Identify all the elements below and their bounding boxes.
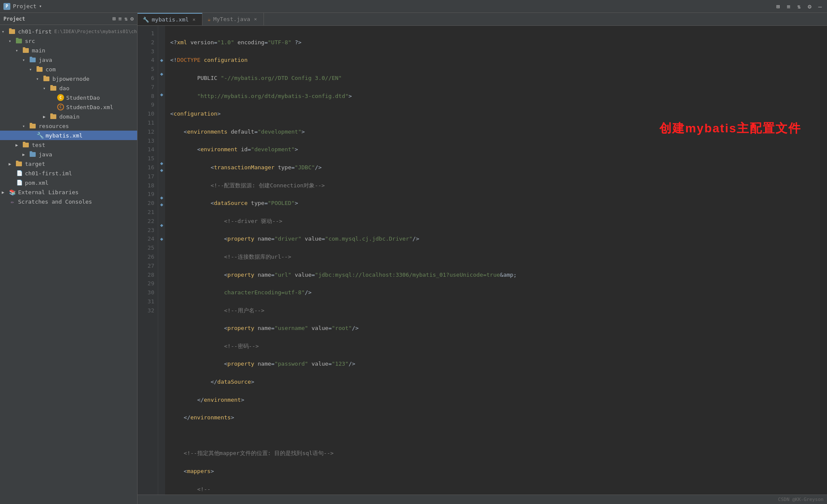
code-line-24: <!--指定其他mapper文件的位置: 目的是找到sql语句--> bbox=[170, 449, 827, 458]
tree-label-com: com bbox=[46, 66, 55, 73]
tree-icon-studentdao-xml: C bbox=[57, 104, 64, 110]
toolbar-icon-1[interactable]: ⊞ bbox=[775, 2, 781, 11]
sidebar-icon-1[interactable]: ⊞ bbox=[113, 15, 116, 22]
tree-path-ch01-first: E:\IDEA\Projects\mybatis01\ch0... bbox=[54, 29, 137, 34]
gutter-1 bbox=[159, 31, 164, 35]
tree-arrow-java-test: ▶ bbox=[22, 152, 29, 157]
code-line-6: <environments default="development"> bbox=[170, 128, 827, 137]
tree-item-dao[interactable]: ▾ dao bbox=[0, 83, 137, 93]
tree-arrow-pom-xml bbox=[9, 180, 15, 185]
sidebar-header: Project ⊞ ≡ ⇅ ⚙ bbox=[0, 13, 137, 25]
svg-rect-3 bbox=[16, 38, 18, 40]
code-line-4: "http://mybatis.org/dtd/mybatis-3-config… bbox=[170, 92, 827, 101]
code-content[interactable]: <?xml version="1.0" encoding="UTF-8" ?> … bbox=[165, 26, 827, 495]
project-title: Project bbox=[13, 3, 37, 9]
gutter-5[interactable]: ◆ bbox=[159, 58, 164, 62]
tree-item-resources[interactable]: ▾ resources bbox=[0, 121, 137, 131]
tab-icon-mytest: ☕ bbox=[208, 16, 211, 22]
code-line-20: </dataSource> bbox=[170, 378, 827, 387]
gutter-7[interactable]: ◆ bbox=[159, 72, 164, 76]
gutter-10[interactable]: ◆ bbox=[159, 92, 164, 97]
tree-item-studentdao[interactable]: C StudentDao bbox=[0, 93, 137, 102]
gutter-20[interactable]: ◆ bbox=[159, 161, 164, 165]
code-line-7: <environment id="development"> bbox=[170, 145, 827, 154]
tree-item-ext-libs[interactable]: ▶ 📚 External Libraries bbox=[0, 187, 137, 197]
tab-close-mytest[interactable]: ✕ bbox=[253, 16, 258, 22]
tree-icon-scratches: ✏️ bbox=[9, 198, 16, 205]
tree-item-bjpowernode[interactable]: ▾ bjpowernode bbox=[0, 74, 137, 83]
sidebar-icon-gear[interactable]: ⚙ bbox=[130, 15, 134, 22]
code-line-9: <!--配置数据源: 创建Connection对象--> bbox=[170, 181, 827, 190]
tree-label-scratches: Scratches and Consoles bbox=[18, 199, 92, 205]
gutter-15 bbox=[159, 127, 164, 131]
tree-icon-mybatis-xml: 🔧 bbox=[36, 132, 44, 139]
gutter-32 bbox=[159, 244, 164, 248]
tree-item-main[interactable]: ▾ main bbox=[0, 46, 137, 55]
code-line-16: <!--用户名--> bbox=[170, 306, 827, 315]
tree-item-com[interactable]: ▾ com bbox=[0, 64, 137, 74]
project-dropdown[interactable]: ▾ bbox=[39, 3, 42, 9]
tree-item-ch01-first[interactable]: ▾ ch01-first E:\IDEA\Projects\mybatis01\… bbox=[0, 27, 137, 36]
toolbar-icon-4[interactable]: ⚙ bbox=[806, 2, 813, 11]
tree-item-studentdao-xml[interactable]: C StudentDao.xml bbox=[0, 102, 137, 112]
tree-item-domain[interactable]: ▶ domain bbox=[0, 112, 137, 121]
gutter: ◆ ◆ ◆ ◆ ◆ bbox=[158, 26, 165, 495]
tree-icon-src bbox=[15, 37, 23, 44]
tree-item-java-test[interactable]: ▶ java bbox=[0, 150, 137, 159]
gutter-26[interactable]: ◆ bbox=[159, 202, 164, 207]
tab-close-mybatis[interactable]: ✕ bbox=[191, 16, 197, 23]
tree-icon-dao bbox=[50, 85, 58, 92]
tree-arrow-bjpowernode: ▾ bbox=[36, 76, 43, 81]
tree-arrow-scratches bbox=[2, 199, 9, 204]
tree-label-java-test: java bbox=[39, 151, 52, 158]
sidebar-title: Project bbox=[3, 16, 25, 22]
tree-item-target[interactable]: ▶ target bbox=[0, 159, 137, 168]
sidebar-icon-3[interactable]: ⇅ bbox=[124, 15, 128, 22]
toolbar-icon-2[interactable]: ≡ bbox=[785, 2, 792, 11]
toolbar-icon-5[interactable]: — bbox=[817, 2, 824, 11]
tree-arrow-ch01-first: ▾ bbox=[2, 29, 9, 34]
tab-icon-mybatis: 🔧 bbox=[143, 17, 149, 23]
tree-item-java[interactable]: ▾ java bbox=[0, 55, 137, 64]
tree-icon-target bbox=[15, 160, 23, 167]
tab-label-mybatis: mybatis.xml bbox=[152, 16, 189, 23]
tree-icon-bjpowernode bbox=[43, 75, 51, 82]
line-numbers: 12345 678910 1112131415 1617181920 21222… bbox=[138, 26, 158, 495]
gutter-31[interactable]: ◆ bbox=[159, 237, 164, 241]
gutter-12 bbox=[159, 106, 164, 110]
svg-rect-9 bbox=[37, 66, 39, 68]
tree-item-mybatis-xml[interactable]: 🔧 mybatis.xml bbox=[0, 131, 137, 140]
gutter-8 bbox=[159, 79, 164, 83]
tree-icon-main bbox=[22, 47, 30, 54]
tree-label-target: target bbox=[25, 161, 45, 167]
tab-mybatis-xml[interactable]: 🔧 mybatis.xml ✕ bbox=[138, 13, 202, 25]
tree-arrow-mybatis-xml bbox=[29, 133, 36, 138]
code-line-11: <!--driver 驱动--> bbox=[170, 217, 827, 226]
code-line-8: <transactionManager type="JDBC"/> bbox=[170, 163, 827, 172]
gutter-29[interactable]: ◆ bbox=[159, 223, 164, 227]
tree-label-main: main bbox=[32, 47, 45, 54]
project-icon: P bbox=[3, 3, 10, 10]
tab-mytest-java[interactable]: ☕ MyTest.java ✕ bbox=[202, 13, 264, 25]
toolbar-icon-3[interactable]: ⇅ bbox=[796, 2, 802, 11]
tree-label-bjpowernode: bjpowernode bbox=[52, 76, 89, 82]
gutter-21[interactable]: ◆ bbox=[159, 168, 164, 172]
tree-label-dao: dao bbox=[59, 85, 69, 92]
gutter-6 bbox=[159, 65, 164, 69]
svg-rect-19 bbox=[23, 142, 25, 144]
tree-label-studentdao-xml: StudentDao.xml bbox=[66, 104, 113, 110]
sidebar-icon-2[interactable]: ≡ bbox=[119, 15, 122, 22]
gutter-25[interactable]: ◆ bbox=[159, 195, 164, 200]
tree-item-src[interactable]: ▾ src bbox=[0, 36, 137, 46]
tree-icon-test bbox=[22, 141, 30, 148]
gutter-2 bbox=[159, 37, 164, 42]
tree-item-ch01-iml[interactable]: 📄 ch01-first.iml bbox=[0, 168, 137, 178]
code-line-13: <!--连接数据库的url--> bbox=[170, 253, 827, 262]
tree-item-test[interactable]: ▶ test bbox=[0, 140, 137, 150]
project-tree: ▾ ch01-first E:\IDEA\Projects\mybatis01\… bbox=[0, 25, 137, 504]
code-line-19: <property name="password" value="123"/> bbox=[170, 360, 827, 369]
tree-item-scratches[interactable]: ✏️ Scratches and Consoles bbox=[0, 197, 137, 206]
tree-arrow-src: ▾ bbox=[9, 39, 15, 43]
code-line-22: </environments> bbox=[170, 413, 827, 422]
tree-item-pom-xml[interactable]: 📄 pom.xml bbox=[0, 178, 137, 187]
